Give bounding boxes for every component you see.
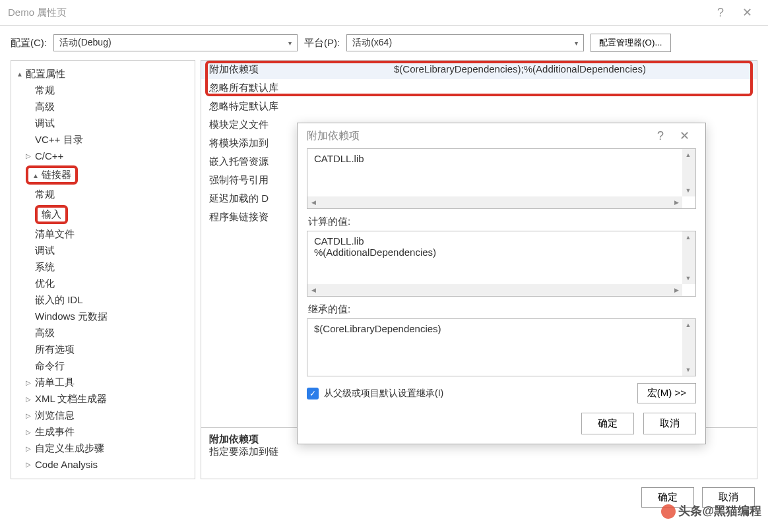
config-combo[interactable]: 活动(Debug) ▾	[53, 34, 298, 51]
desc-text: 指定要添加到链	[209, 446, 749, 458]
scrollbar-vertical[interactable]: ▲▼	[682, 149, 695, 196]
tree-root[interactable]: ▲配置属性	[14, 66, 192, 82]
scroll-up-icon[interactable]: ▲	[682, 319, 694, 331]
platform-value: 活动(x64)	[352, 37, 392, 49]
popup-header: 附加依赖项 ? ✕	[298, 123, 705, 148]
popup-dialog: 附加依赖项 ? ✕ CATDLL.lib ▲▼ ◀▶ 计算的值: CATDLL.…	[297, 123, 706, 444]
close-icon[interactable]: ✕	[734, 5, 760, 20]
tree-item[interactable]: 常规	[14, 82, 192, 99]
inherit-checkbox-wrap[interactable]: ✓ 从父级或项目默认设置继承(I)	[307, 388, 443, 399]
computed-label: 计算的值:	[307, 216, 696, 228]
scrollbar-vertical[interactable]: ▲▼	[682, 319, 695, 376]
scroll-up-icon[interactable]: ▲	[682, 231, 694, 243]
prop-label: 附加依赖项	[209, 63, 394, 76]
tree-item[interactable]: 系统	[14, 259, 192, 276]
scroll-down-icon[interactable]: ▼	[682, 364, 694, 376]
tree-item-expandable[interactable]: ▷清单工具	[14, 374, 192, 391]
prop-row-additional-deps[interactable]: 附加依赖项 $(CoreLibraryDependencies);%(Addit…	[201, 61, 757, 79]
editable-textbox[interactable]: CATDLL.lib ▲▼ ◀▶	[307, 148, 696, 209]
inherited-value: $(CoreLibraryDependencies)	[307, 319, 695, 359]
computed-values: CATDLL.lib %(AdditionalDependencies)	[307, 231, 695, 271]
scroll-right-icon[interactable]: ▶	[670, 284, 682, 296]
config-manager-button[interactable]: 配置管理器(O)...	[591, 34, 670, 52]
scroll-down-icon[interactable]: ▼	[682, 185, 694, 196]
tree-item[interactable]: 调试	[14, 243, 192, 259]
tree-item-expandable[interactable]: ▷XML 文档生成器	[14, 391, 192, 407]
scroll-up-icon[interactable]: ▲	[682, 149, 694, 161]
popup-title: 附加依赖项	[307, 129, 649, 143]
tree-item[interactable]: 高级	[14, 99, 192, 115]
toolbar: 配置(C): 活动(Debug) ▾ 平台(P): 活动(x64) ▾ 配置管理…	[0, 26, 768, 60]
tree-item-linker[interactable]: ▲链接器	[14, 163, 192, 187]
computed-textbox: CATDLL.lib %(AdditionalDependencies) ▲▼ …	[307, 231, 696, 297]
scrollbar-horizontal[interactable]: ◀▶	[307, 196, 682, 208]
tree-item-input[interactable]: 输入	[14, 203, 192, 226]
tree-item-expandable[interactable]: ▷浏览信息	[14, 407, 192, 424]
platform-label: 平台(P):	[304, 37, 340, 49]
inherited-label: 继承的值:	[307, 303, 696, 316]
platform-combo[interactable]: 活动(x64) ▾	[346, 34, 584, 51]
help-icon[interactable]: ?	[649, 129, 672, 143]
tree-item[interactable]: 嵌入的 IDL	[14, 292, 192, 309]
help-icon[interactable]: ?	[707, 6, 734, 20]
window-title: Demo 属性页	[8, 7, 707, 19]
ok-button[interactable]: 确定	[641, 487, 694, 508]
tree-item[interactable]: 清单文件	[14, 226, 192, 243]
inherit-checkbox-label: 从父级或项目默认设置继承(I)	[324, 388, 443, 399]
tree-item[interactable]: 调试	[14, 115, 192, 132]
tree-item[interactable]: VC++ 目录	[14, 132, 192, 148]
chevron-down-icon: ▾	[575, 40, 578, 47]
scroll-left-icon[interactable]: ◀	[307, 196, 319, 208]
tree-item[interactable]: 常规	[14, 187, 192, 203]
checkbox-checked-icon[interactable]: ✓	[307, 388, 319, 399]
inherited-textbox: $(CoreLibraryDependencies) ▲▼	[307, 318, 696, 376]
tree-item-expandable[interactable]: ▷生成事件	[14, 424, 192, 440]
config-value: 活动(Debug)	[59, 37, 112, 49]
close-icon[interactable]: ✕	[672, 129, 696, 143]
tree-item[interactable]: 所有选项	[14, 341, 192, 358]
tree-item[interactable]: 高级	[14, 325, 192, 341]
property-tree[interactable]: ▲配置属性 常规 高级 调试 VC++ 目录 ▷C/C++ ▲链接器 常规 输入…	[11, 60, 195, 479]
tree-item[interactable]: 命令行	[14, 358, 192, 374]
tree-item[interactable]: 优化	[14, 276, 192, 292]
tree-item-expandable[interactable]: ▷自定义生成步骤	[14, 440, 192, 457]
tree-item-expandable[interactable]: ▷C/C++	[14, 148, 192, 163]
scroll-left-icon[interactable]: ◀	[307, 284, 319, 296]
prop-value: $(CoreLibraryDependencies);%(AdditionalD…	[394, 63, 749, 76]
prop-row[interactable]: 忽略特定默认库	[201, 98, 757, 116]
scroll-right-icon[interactable]: ▶	[670, 196, 682, 208]
popup-cancel-button[interactable]: 取消	[643, 413, 696, 434]
titlebar: Demo 属性页 ? ✕	[0, 0, 768, 26]
editable-value[interactable]: CATDLL.lib	[307, 149, 695, 189]
scrollbar-horizontal[interactable]: ◀▶	[307, 284, 682, 296]
popup-ok-button[interactable]: 确定	[581, 413, 634, 434]
dialog-footer: 确定 取消	[0, 479, 768, 516]
scroll-down-icon[interactable]: ▼	[682, 272, 694, 284]
tree-item-expandable[interactable]: ▷Code Analysis	[14, 457, 192, 472]
chevron-down-icon: ▾	[288, 40, 292, 47]
prop-row[interactable]: 忽略所有默认库	[201, 79, 757, 98]
tree-item[interactable]: Windows 元数据	[14, 309, 192, 325]
scrollbar-vertical[interactable]: ▲▼	[682, 231, 695, 284]
config-label: 配置(C):	[11, 37, 47, 49]
cancel-button[interactable]: 取消	[702, 487, 755, 508]
macro-button[interactable]: 宏(M) >>	[637, 383, 696, 403]
